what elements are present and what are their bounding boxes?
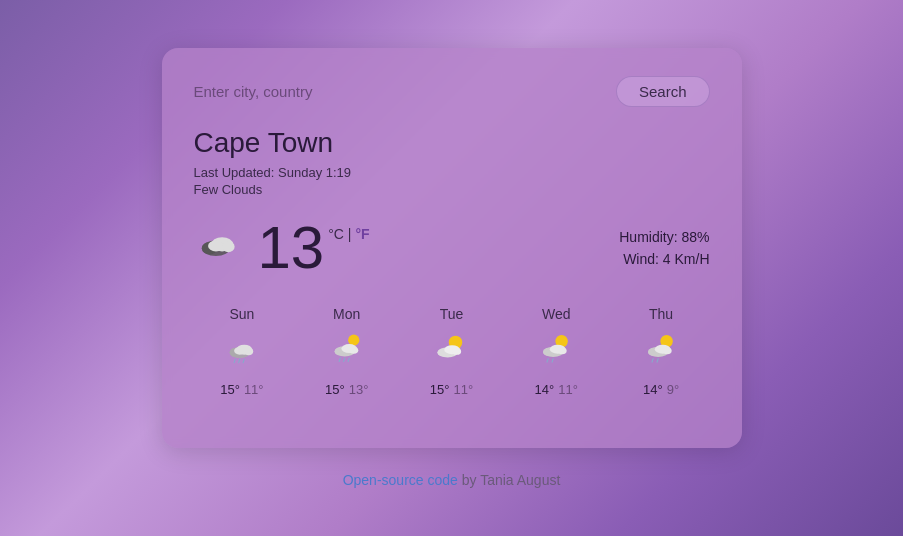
unit-toggle: °C | °F [328, 226, 369, 242]
svg-point-4 [222, 241, 235, 252]
forecast-icon [329, 330, 365, 374]
forecast: Sun 15° 11° Mon [194, 306, 710, 397]
forecast-day-label: Wed [542, 306, 571, 322]
svg-line-39 [657, 359, 658, 362]
current-weather-icon [194, 217, 244, 278]
svg-point-37 [663, 347, 672, 354]
celsius-unit[interactable]: °C [328, 226, 344, 242]
search-row: Search [194, 76, 710, 107]
current-temperature: 13 [258, 218, 325, 278]
forecast-high: 15° [430, 382, 450, 397]
forecast-low: 11° [453, 382, 473, 397]
forecast-high: 14° [643, 382, 663, 397]
temperature-section: 13 °C | °F [194, 217, 370, 278]
svg-point-13 [348, 335, 359, 346]
open-source-link[interactable]: Open-source code [343, 472, 458, 488]
current-weather: 13 °C | °F Humidity: 88% Wind: 4 Km/H [194, 217, 710, 278]
forecast-low: 11° [558, 382, 578, 397]
search-button[interactable]: Search [616, 76, 710, 107]
svg-line-31 [547, 359, 548, 362]
footer: Open-source code by Tania August [343, 472, 561, 488]
svg-point-17 [349, 347, 358, 354]
svg-point-25 [453, 348, 462, 355]
svg-point-8 [234, 347, 245, 355]
humidity: Humidity: 88% [619, 229, 709, 245]
forecast-temps: 14° 9° [643, 382, 679, 397]
forecast-temps: 15° 13° [325, 382, 368, 397]
forecast-low: 9° [667, 382, 679, 397]
svg-line-11 [239, 359, 240, 362]
svg-line-19 [343, 358, 344, 361]
svg-point-9 [244, 347, 253, 355]
fahrenheit-unit[interactable]: °F [355, 226, 369, 242]
forecast-high: 15° [325, 382, 345, 397]
weather-card: Search Cape Town Last Updated: Sunday 1:… [162, 48, 742, 448]
forecast-day: Tue 15° 11° [403, 306, 500, 397]
forecast-day: Mon 15° 13° [298, 306, 395, 397]
forecast-icon [643, 330, 679, 374]
forecast-high: 15° [220, 382, 240, 397]
weather-description: Few Clouds [194, 182, 710, 197]
forecast-day: Wed 14° 11° [508, 306, 605, 397]
svg-line-12 [243, 359, 244, 362]
city-name: Cape Town [194, 127, 710, 159]
forecast-temps: 15° 11° [220, 382, 263, 397]
svg-point-30 [558, 347, 567, 354]
forecast-high: 14° [535, 382, 555, 397]
weather-details: Humidity: 88% Wind: 4 Km/H [619, 229, 709, 267]
svg-point-3 [208, 240, 224, 251]
forecast-day: Sun 15° 11° [194, 306, 291, 397]
unit-separator: | [344, 226, 355, 242]
forecast-day-label: Tue [440, 306, 464, 322]
svg-line-20 [348, 358, 349, 361]
forecast-icon [433, 330, 469, 374]
search-input[interactable] [194, 83, 554, 100]
svg-line-38 [652, 359, 653, 362]
forecast-temps: 14° 11° [535, 382, 578, 397]
forecast-icon [224, 330, 260, 374]
svg-line-32 [552, 359, 553, 362]
svg-line-18 [339, 358, 340, 361]
forecast-day-label: Sun [229, 306, 254, 322]
forecast-day-label: Thu [649, 306, 673, 322]
forecast-day: Thu 14° 9° [613, 306, 710, 397]
forecast-low: 11° [244, 382, 264, 397]
forecast-icon [538, 330, 574, 374]
forecast-day-label: Mon [333, 306, 360, 322]
forecast-low: 13° [349, 382, 369, 397]
last-updated: Last Updated: Sunday 1:19 [194, 165, 710, 180]
forecast-temps: 15° 11° [430, 382, 473, 397]
svg-line-10 [234, 359, 235, 362]
footer-suffix: by Tania August [458, 472, 560, 488]
wind: Wind: 4 Km/H [619, 251, 709, 267]
